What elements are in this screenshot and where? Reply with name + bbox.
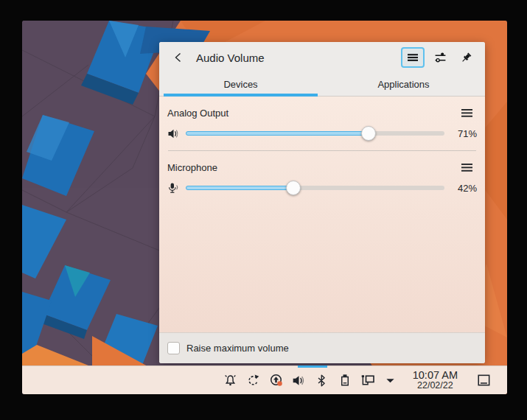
hamburger-menu-button[interactable]	[401, 47, 425, 68]
raise-maximum-volume-checkbox[interactable]	[167, 342, 180, 354]
popup-footer: Raise maximum volume	[159, 332, 485, 363]
device-name: Analog Output	[167, 108, 228, 119]
tab-devices-label: Devices	[223, 79, 257, 90]
active-applet-indicator	[298, 365, 327, 368]
hamburger-menu-icon	[461, 108, 472, 118]
slider-track	[186, 186, 444, 190]
device-sync-icon	[246, 374, 260, 388]
audio-volume-icon	[292, 374, 306, 388]
volume-percent-label: 71%	[450, 128, 477, 139]
device-sync-button[interactable]	[245, 372, 262, 388]
show-desktop-button[interactable]	[475, 369, 494, 391]
device-menu-button[interactable]	[458, 160, 475, 175]
bluetooth-icon	[315, 374, 328, 387]
mixer-settings-button[interactable]	[430, 47, 450, 68]
network-wired-icon	[360, 373, 375, 388]
popup-title: Audio Volume	[196, 52, 401, 64]
mixer-settings-icon	[434, 52, 447, 64]
slider-handle[interactable]	[286, 181, 301, 195]
clipboard-button[interactable]	[337, 372, 353, 388]
slider-fill	[186, 131, 369, 136]
digital-clock[interactable]: 10:07 AM 22/02/22	[408, 370, 462, 391]
pin-icon	[460, 52, 472, 64]
taskbar: 10:07 AM 22/02/22	[22, 365, 507, 394]
expand-tray-chevron-icon	[385, 375, 396, 386]
audio-volume-tray-button[interactable]	[291, 372, 307, 388]
raise-maximum-volume-label: Raise maximum volume	[186, 343, 289, 354]
slider-handle[interactable]	[361, 126, 376, 141]
tab-devices[interactable]: Devices	[159, 73, 322, 96]
system-tray: 10:07 AM 22/02/22	[223, 369, 507, 391]
expand-tray-button[interactable]	[383, 372, 399, 388]
tabbar: Devices Applications	[159, 73, 485, 97]
network-button[interactable]	[360, 372, 376, 388]
software-updates-icon	[269, 373, 284, 388]
device-menu-button[interactable]	[458, 105, 475, 120]
popup-header: Audio Volume	[159, 42, 485, 73]
speaker-icon	[167, 127, 180, 140]
hamburger-menu-icon	[407, 52, 419, 63]
device-row-analog-output: Analog Output	[167, 105, 477, 141]
divider	[168, 150, 476, 151]
header-actions	[401, 47, 476, 68]
device-name: Microphone	[167, 162, 217, 173]
software-updates-button[interactable]	[268, 372, 285, 388]
clock-date: 22/02/22	[413, 381, 458, 391]
notifications-bell-icon	[223, 374, 237, 388]
volume-slider-microphone[interactable]	[186, 181, 444, 195]
show-desktop-icon	[477, 374, 492, 387]
audio-volume-popup: Audio Volume Devices Applications	[159, 42, 485, 363]
device-row-microphone: Microphone	[167, 160, 477, 195]
hamburger-menu-icon	[461, 163, 472, 172]
microphone-icon	[167, 182, 180, 195]
notifications-button[interactable]	[223, 372, 239, 388]
bluetooth-button[interactable]	[314, 372, 330, 388]
screenshot-frame: Audio Volume Devices Applications	[0, 0, 527, 420]
devices-panel: Analog Output	[159, 97, 485, 332]
clipboard-icon	[338, 374, 352, 387]
volume-slider-analog-output[interactable]	[186, 126, 444, 141]
pin-button[interactable]	[456, 47, 476, 68]
slider-fill	[186, 186, 294, 190]
clock-time: 10:07 AM	[413, 370, 458, 381]
tab-applications-label: Applications	[377, 79, 429, 90]
back-button[interactable]	[168, 47, 189, 68]
desktop: Audio Volume Devices Applications	[22, 21, 507, 394]
tab-applications[interactable]: Applications	[322, 73, 485, 96]
back-icon	[172, 52, 184, 63]
slider-track	[186, 131, 444, 136]
volume-percent-label: 42%	[450, 183, 477, 194]
